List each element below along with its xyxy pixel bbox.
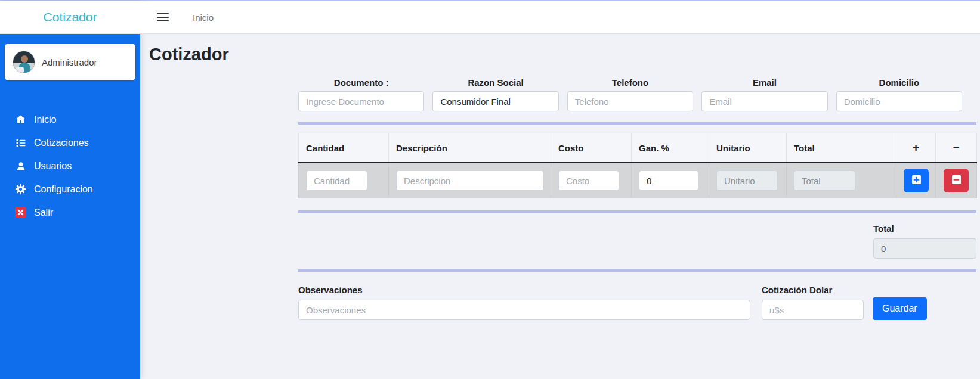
main-content: Cotizador Documento : Razon Social Telef… xyxy=(140,34,980,379)
grand-total-group: Total xyxy=(873,223,976,259)
sidebar-item-label: Inicio xyxy=(34,114,56,125)
breadcrumb[interactable]: Inicio xyxy=(193,13,214,23)
sidebar-item-label: Salir xyxy=(34,207,53,218)
grand-total-label: Total xyxy=(873,223,976,234)
col-header-descripcion: Descripción xyxy=(389,133,551,163)
quote-form: Documento : Razon Social Telefono Email … xyxy=(298,77,976,320)
sidebar-item-usuarios[interactable]: Usuarios xyxy=(0,154,140,178)
razon-social-label: Razon Social xyxy=(432,77,558,88)
col-header-ganancia: Gan. % xyxy=(632,133,709,163)
divider xyxy=(298,122,976,125)
observaciones-group: Observaciones xyxy=(298,285,750,320)
total-row-input xyxy=(794,170,855,191)
exit-icon xyxy=(15,207,26,218)
col-header-costo: Costo xyxy=(551,133,632,163)
save-button[interactable]: Guardar xyxy=(873,297,927,320)
col-header-unitario: Unitario xyxy=(709,133,787,163)
remove-row-button[interactable] xyxy=(944,169,969,192)
field-documento: Documento : xyxy=(298,77,424,111)
footer-row: Observaciones Cotización Dolar Guardar xyxy=(298,285,976,320)
app-window: Cotizador Administrador xyxy=(0,0,980,379)
item-entry-row xyxy=(299,163,977,198)
user-icon xyxy=(15,160,26,172)
observaciones-label: Observaciones xyxy=(298,285,750,295)
add-row-button[interactable] xyxy=(904,169,929,192)
sidebar: Cotizador Administrador xyxy=(0,1,140,379)
items-table: Cantidad Descripción Costo Gan. % Unitar… xyxy=(298,133,977,198)
user-name: Administrador xyxy=(42,57,97,67)
divider xyxy=(298,269,976,272)
customer-fields-row: Documento : Razon Social Telefono Email … xyxy=(298,77,962,111)
observaciones-input[interactable] xyxy=(298,300,750,320)
sidebar-item-salir[interactable]: Salir xyxy=(0,201,140,224)
gear-icon xyxy=(15,184,26,195)
col-header-remove: − xyxy=(936,133,977,163)
field-domicilio: Domicilio xyxy=(836,77,962,111)
col-header-add: + xyxy=(896,133,936,163)
minus-square-icon xyxy=(951,175,962,187)
unitario-input xyxy=(716,170,778,191)
col-header-total: Total xyxy=(787,133,896,163)
home-icon xyxy=(15,114,26,125)
user-avatar xyxy=(13,51,35,73)
documento-label: Documento : xyxy=(298,77,424,88)
costo-input[interactable] xyxy=(558,170,619,191)
page-title: Cotizador xyxy=(149,45,980,64)
col-header-cantidad: Cantidad xyxy=(299,133,389,163)
cotizacion-dolar-group: Cotización Dolar xyxy=(762,285,864,320)
divider xyxy=(298,210,976,213)
field-email: Email xyxy=(701,77,827,111)
sidebar-nav: Inicio Cotizaciones xyxy=(0,108,140,224)
descripcion-input[interactable] xyxy=(396,170,544,191)
hamburger-icon[interactable] xyxy=(157,13,169,21)
sidebar-item-cotizaciones[interactable]: Cotizaciones xyxy=(0,131,140,154)
cotizacion-dolar-input[interactable] xyxy=(762,300,864,320)
grand-total-input xyxy=(873,238,976,259)
field-razon-social: Razon Social xyxy=(432,77,558,111)
domicilio-input[interactable] xyxy=(836,91,962,111)
ganancia-input[interactable] xyxy=(639,170,698,191)
sidebar-item-label: Cotizaciones xyxy=(34,138,89,148)
sidebar-item-configuracion[interactable]: Configuracion xyxy=(0,178,140,201)
sidebar-brand[interactable]: Cotizador xyxy=(0,1,140,34)
items-table-header-row: Cantidad Descripción Costo Gan. % Unitar… xyxy=(299,133,977,163)
plus-square-icon xyxy=(911,175,922,187)
user-card: Administrador xyxy=(5,44,135,80)
razon-social-input[interactable] xyxy=(432,91,558,111)
topbar: Inicio xyxy=(140,1,980,34)
telefono-label: Telefono xyxy=(567,77,693,88)
domicilio-label: Domicilio xyxy=(836,77,962,88)
sidebar-item-label: Configuracion xyxy=(34,184,93,195)
email-label: Email xyxy=(701,77,827,88)
sidebar-item-inicio[interactable]: Inicio xyxy=(0,108,140,131)
cotizacion-dolar-label: Cotización Dolar xyxy=(762,285,864,295)
sidebar-item-label: Usuarios xyxy=(34,161,72,172)
documento-input[interactable] xyxy=(298,91,424,111)
telefono-input[interactable] xyxy=(567,91,693,111)
cantidad-input[interactable] xyxy=(306,170,367,191)
field-telefono: Telefono xyxy=(567,77,693,111)
list-icon xyxy=(15,137,26,148)
email-input[interactable] xyxy=(701,91,827,111)
